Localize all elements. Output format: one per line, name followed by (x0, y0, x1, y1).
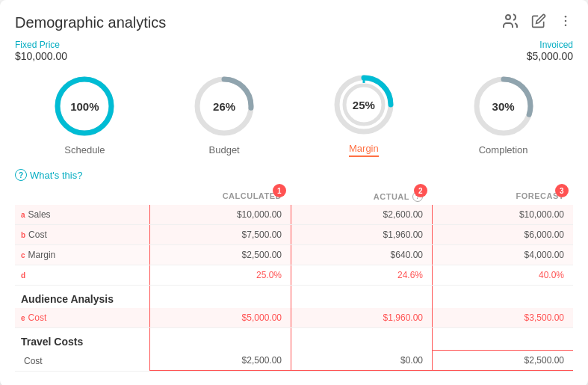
col-header-actual: 2 ACTUAL ? (291, 188, 432, 205)
cost-b-actual: $1,960.00 (291, 225, 432, 244)
gauge-completion-value: 30% (492, 100, 515, 113)
margin-actual: $640.00 (291, 245, 432, 265)
fixed-price-value: $10,000.00 (15, 50, 67, 62)
badge-2: 2 (414, 184, 427, 197)
gauge-budget-value: 26% (213, 100, 235, 113)
badge-3: 3 (555, 184, 569, 197)
price-row: Fixed Price $10,000.00 Invoiced $5,000.0… (15, 40, 573, 62)
cost-e-actual: $1,960.00 (291, 308, 432, 327)
help-icon: ? (15, 169, 27, 181)
analytics-table: 1 CALCULATED 2 ACTUAL ? 3 FORECAST a Sal… (15, 188, 573, 372)
table-row: Cost $2,500.00 $0.00 $2,500.00 (15, 351, 573, 372)
sales-actual: $2,600.00 (291, 205, 432, 224)
gauge-margin-label: Margin (349, 143, 379, 157)
travel-calculated: $2,500.00 (149, 351, 291, 371)
table-row: a Sales $10,000.00 $2,600.00 $10,000.00 (15, 205, 573, 225)
table-row: c Margin $2,500.00 $640.00 $4,000.00 (15, 245, 573, 265)
gauge-completion-chart: 30% (470, 73, 537, 140)
section-header-audience: Audience Analysis (15, 286, 573, 308)
d-actual: 24.6% (291, 265, 432, 285)
gauge-schedule-value: 100% (70, 100, 99, 113)
cost-e-forecast: $3,500.00 (432, 308, 573, 327)
travel-forecast: $2,500.00 (432, 351, 573, 371)
invoiced-value: $5,000.00 (527, 50, 573, 62)
gauge-budget-chart: 26% (191, 73, 258, 140)
svg-point-2 (565, 20, 567, 22)
row-label-sales: a Sales (15, 205, 149, 224)
more-icon[interactable] (558, 13, 573, 32)
invoiced-label: Invoiced (527, 40, 573, 50)
gauge-schedule-label: Schedule (64, 144, 105, 155)
gauge-budget-label: Budget (209, 144, 240, 155)
gauge-margin-value: 25% (353, 99, 375, 111)
gauge-margin-chart: 25% (330, 71, 397, 138)
gauge-schedule: 100% Schedule (51, 73, 118, 155)
travel-actual: $0.00 (291, 351, 432, 371)
gauge-schedule-chart: 100% (51, 73, 118, 140)
page-title: Demographic analytics (15, 14, 166, 31)
margin-calculated: $2,500.00 (149, 245, 291, 265)
table-row: b Cost $7,500.00 $1,960.00 $6,000.00 (15, 225, 573, 245)
row-label-cost-b: b Cost (15, 225, 149, 244)
sales-calculated: $10,000.00 (149, 205, 291, 224)
header-actions (501, 12, 573, 34)
table-row: d 25.0% 24.6% 40.0% (15, 265, 573, 286)
svg-point-0 (506, 15, 510, 19)
section-title-audience: Audience Analysis (15, 286, 149, 308)
row-label-d: d (15, 265, 149, 285)
gauge-completion-label: Completion (479, 144, 528, 155)
page-header: Demographic analytics (15, 12, 573, 34)
badge-1: 1 (273, 184, 286, 197)
table-row: e Cost $5,000.00 $1,960.00 $3,500.00 (15, 308, 573, 328)
people-icon[interactable] (501, 12, 519, 34)
d-forecast: 40.0% (432, 265, 573, 285)
invoiced-price: Invoiced $5,000.00 (527, 40, 573, 62)
gauges-row: 100% Schedule 26% Budget (15, 71, 573, 157)
fixed-price-label: Fixed Price (15, 40, 67, 50)
cost-b-forecast: $6,000.00 (432, 225, 573, 244)
whats-this-link[interactable]: ? What's this? (15, 169, 573, 181)
cost-e-calculated: $5,000.00 (149, 308, 291, 327)
gauge-completion: 30% Completion (470, 73, 537, 155)
whats-this-text: What's this? (30, 170, 82, 181)
col-header-empty (15, 188, 149, 205)
gauge-budget: 26% Budget (191, 73, 258, 155)
edit-icon[interactable] (531, 13, 546, 32)
svg-point-1 (565, 16, 567, 18)
cost-b-calculated: $7,500.00 (149, 225, 291, 244)
svg-point-3 (565, 25, 567, 27)
table-header: 1 CALCULATED 2 ACTUAL ? 3 FORECAST (15, 188, 573, 205)
section-title-travel: Travel Costs (15, 328, 149, 351)
col-header-calculated: 1 CALCULATED (149, 188, 291, 205)
row-label-travel-cost: Cost (15, 351, 149, 371)
fixed-price: Fixed Price $10,000.00 (15, 40, 67, 62)
row-label-margin-c: c Margin (15, 245, 149, 265)
d-calculated: 25.0% (149, 265, 291, 285)
gauge-margin: 25% Margin (330, 71, 397, 157)
margin-forecast: $4,000.00 (432, 245, 573, 265)
row-label-cost-e: e Cost (15, 308, 149, 327)
section-header-travel: Travel Costs (15, 328, 573, 351)
sales-forecast: $10,000.00 (432, 205, 573, 224)
col-header-forecast: 3 FORECAST (432, 188, 573, 205)
